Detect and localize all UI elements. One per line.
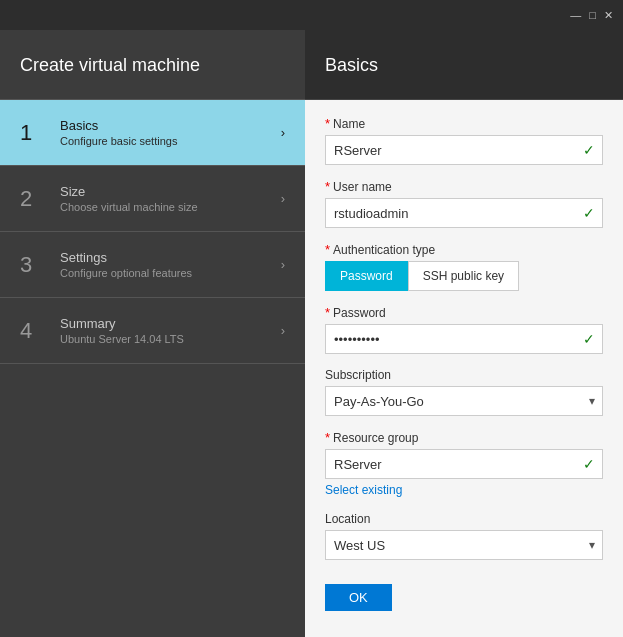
- step-item-1[interactable]: 1 Basics Configure basic settings ›: [0, 100, 305, 166]
- title-bar: — □ ✕: [0, 0, 623, 30]
- step-subtitle-2: Choose virtual machine size: [60, 201, 281, 213]
- resource-group-input[interactable]: [325, 449, 603, 479]
- step-arrow-4: ›: [281, 323, 285, 338]
- title-bar-controls: — □ ✕: [570, 9, 613, 22]
- username-check-icon: ✓: [583, 205, 595, 221]
- step-subtitle-3: Configure optional features: [60, 267, 281, 279]
- username-field-group: * User name ✓: [325, 179, 603, 228]
- step-title-4: Summary: [60, 316, 281, 331]
- name-label: * Name: [325, 116, 603, 131]
- location-select-wrapper: West US ▾: [325, 530, 603, 560]
- subscription-label: Subscription: [325, 368, 603, 382]
- maximize-icon[interactable]: □: [589, 9, 596, 21]
- auth-ssh-button[interactable]: SSH public key: [408, 261, 519, 291]
- auth-type-group: Password SSH public key: [325, 261, 603, 291]
- left-panel-title: Create virtual machine: [20, 55, 200, 76]
- resource-group-required-star: *: [325, 430, 330, 445]
- step-arrow-2: ›: [281, 191, 285, 206]
- username-label-text: User name: [333, 180, 392, 194]
- name-check-icon: ✓: [583, 142, 595, 158]
- password-field-group: * Password ✓: [325, 305, 603, 354]
- subscription-select[interactable]: Pay-As-You-Go: [325, 386, 603, 416]
- step-title-2: Size: [60, 184, 281, 199]
- auth-password-button[interactable]: Password: [325, 261, 408, 291]
- password-input[interactable]: [325, 324, 603, 354]
- step-item-2[interactable]: 2 Size Choose virtual machine size ›: [0, 166, 305, 232]
- password-label-text: Password: [333, 306, 386, 320]
- right-panel-header: Basics: [305, 30, 623, 100]
- step-list: 1 Basics Configure basic settings › 2 Si…: [0, 100, 305, 637]
- name-input-wrapper: ✓: [325, 135, 603, 165]
- auth-type-label-text: Authentication type: [333, 243, 435, 257]
- select-existing-link[interactable]: Select existing: [325, 483, 402, 497]
- auth-required-star: *: [325, 242, 330, 257]
- step-number-1: 1: [20, 120, 50, 146]
- right-panel-title: Basics: [325, 55, 378, 76]
- auth-type-label: * Authentication type: [325, 242, 603, 257]
- subscription-select-wrapper: Pay-As-You-Go ▾: [325, 386, 603, 416]
- username-required-star: *: [325, 179, 330, 194]
- step-title-1: Basics: [60, 118, 281, 133]
- location-field-group: Location West US ▾: [325, 512, 603, 560]
- step-subtitle-4: Ubuntu Server 14.04 LTS: [60, 333, 281, 345]
- name-required-star: *: [325, 116, 330, 131]
- subscription-field-group: Subscription Pay-As-You-Go ▾: [325, 368, 603, 416]
- step-subtitle-1: Configure basic settings: [60, 135, 281, 147]
- step-info-1: Basics Configure basic settings: [60, 118, 281, 147]
- name-input[interactable]: [325, 135, 603, 165]
- username-input-wrapper: ✓: [325, 198, 603, 228]
- name-field-group: * Name ✓: [325, 116, 603, 165]
- close-icon[interactable]: ✕: [604, 9, 613, 22]
- step-title-3: Settings: [60, 250, 281, 265]
- step-number-4: 4: [20, 318, 50, 344]
- step-item-4[interactable]: 4 Summary Ubuntu Server 14.04 LTS ›: [0, 298, 305, 364]
- location-label-text: Location: [325, 512, 370, 526]
- resource-group-label: * Resource group: [325, 430, 603, 445]
- step-arrow-1: ›: [281, 125, 285, 140]
- resource-group-label-text: Resource group: [333, 431, 418, 445]
- resource-group-field-group: * Resource group ✓ Select existing: [325, 430, 603, 498]
- step-info-2: Size Choose virtual machine size: [60, 184, 281, 213]
- ok-button[interactable]: OK: [325, 584, 392, 611]
- right-content: * Name ✓ * User name: [305, 100, 623, 637]
- window-container: — □ ✕ Create virtual machine 1 Basics Co…: [0, 0, 623, 637]
- left-panel-header: Create virtual machine: [0, 30, 305, 100]
- location-label: Location: [325, 512, 603, 526]
- resource-group-check-icon: ✓: [583, 456, 595, 472]
- username-input[interactable]: [325, 198, 603, 228]
- subscription-label-text: Subscription: [325, 368, 391, 382]
- step-info-3: Settings Configure optional features: [60, 250, 281, 279]
- resource-group-input-wrapper: ✓: [325, 449, 603, 479]
- password-input-wrapper: ✓: [325, 324, 603, 354]
- left-panel: Create virtual machine 1 Basics Configur…: [0, 30, 305, 637]
- password-label: * Password: [325, 305, 603, 320]
- name-label-text: Name: [333, 117, 365, 131]
- username-label: * User name: [325, 179, 603, 194]
- main-area: Create virtual machine 1 Basics Configur…: [0, 30, 623, 637]
- step-item-3[interactable]: 3 Settings Configure optional features ›: [0, 232, 305, 298]
- auth-type-field-group: * Authentication type Password SSH publi…: [325, 242, 603, 291]
- step-number-3: 3: [20, 252, 50, 278]
- step-arrow-3: ›: [281, 257, 285, 272]
- password-required-star: *: [325, 305, 330, 320]
- step-number-2: 2: [20, 186, 50, 212]
- minimize-icon[interactable]: —: [570, 9, 581, 21]
- password-check-icon: ✓: [583, 331, 595, 347]
- step-info-4: Summary Ubuntu Server 14.04 LTS: [60, 316, 281, 345]
- location-select[interactable]: West US: [325, 530, 603, 560]
- right-panel: Basics * Name ✓ *: [305, 30, 623, 637]
